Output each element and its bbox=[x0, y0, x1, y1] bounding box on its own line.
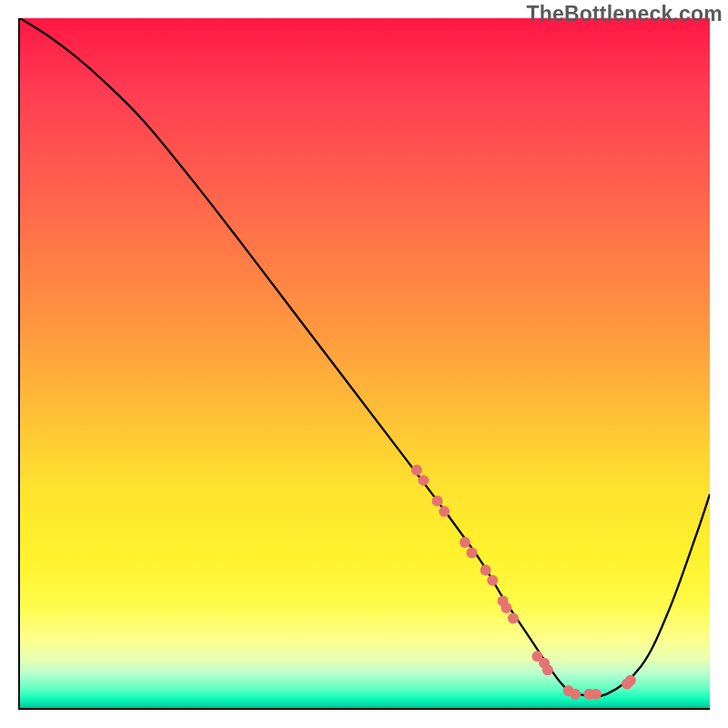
data-point bbox=[570, 689, 581, 700]
data-point bbox=[418, 475, 429, 486]
data-point bbox=[480, 564, 491, 575]
curve-path bbox=[20, 18, 710, 697]
data-point bbox=[625, 675, 636, 686]
data-point bbox=[591, 689, 602, 700]
watermark-text: TheBottleneck.com bbox=[526, 2, 723, 26]
data-point bbox=[500, 602, 511, 613]
chart-container: TheBottleneck.com bbox=[0, 0, 728, 728]
data-point bbox=[508, 612, 519, 623]
data-points bbox=[411, 465, 636, 700]
data-point bbox=[432, 496, 443, 507]
data-point bbox=[460, 537, 470, 548]
data-point bbox=[542, 664, 553, 675]
data-point bbox=[487, 575, 498, 586]
data-point bbox=[467, 547, 478, 558]
data-point bbox=[439, 506, 450, 517]
data-point bbox=[411, 465, 422, 476]
plot-area bbox=[18, 18, 710, 710]
chart-svg bbox=[20, 18, 710, 708]
